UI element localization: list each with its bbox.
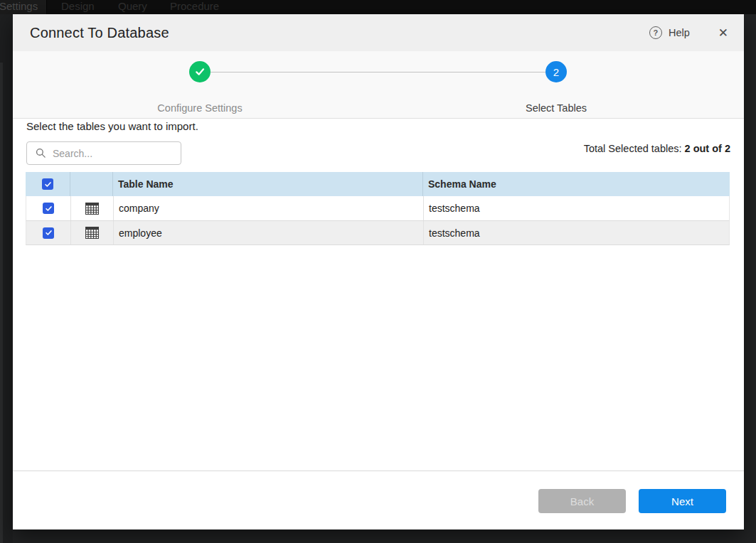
connect-to-database-dialog: Connect To Database ? Help ✕ 2 Configure… [13, 14, 744, 529]
schema-name-value: testschema [429, 227, 480, 239]
table-row[interactable]: employee testschema [26, 221, 730, 245]
help-button[interactable]: ? Help [649, 26, 690, 39]
bg-tab-query[interactable]: Query [118, 0, 147, 14]
step-2-active-indicator[interactable]: 2 [545, 61, 567, 82]
next-button[interactable]: Next [639, 489, 726, 513]
header-checkbox-cell [26, 172, 70, 196]
close-icon[interactable]: ✕ [718, 27, 728, 39]
header-table-name: Table Name [113, 172, 423, 196]
bg-tab-procedure[interactable]: Procedure [170, 0, 219, 14]
step-2-label: Select Tables [478, 102, 634, 114]
step-1-completed-indicator[interactable] [189, 61, 211, 82]
background-tabbar: Settings Design Query Procedure [0, 0, 756, 14]
footer-divider [13, 471, 744, 471]
backdrop-edge [0, 63, 3, 543]
table-row[interactable]: company testschema [26, 196, 730, 221]
row-checkbox[interactable] [43, 203, 54, 214]
table-header-row: Table Name Schema Name [26, 172, 730, 196]
selected-tables-summary: Total Selected tables:2 out of 2 [584, 143, 730, 154]
row-checkbox-cell [26, 196, 71, 220]
dialog-title: Connect To Database [30, 25, 169, 41]
bg-tab-design[interactable]: Design [61, 0, 95, 14]
header-icon-cell [70, 172, 113, 196]
check-icon [45, 229, 53, 237]
row-icon-cell [71, 221, 114, 244]
instruction-text: Select the tables you want to import. [26, 120, 198, 132]
search-icon [36, 148, 46, 158]
row-icon-cell [71, 196, 114, 220]
search-input[interactable] [53, 148, 181, 159]
back-button[interactable]: Back [538, 489, 626, 513]
step-connector-line [211, 72, 545, 72]
search-box [26, 141, 181, 165]
table-grid-icon [85, 227, 99, 239]
summary-label: Total Selected tables: [584, 143, 682, 154]
wizard-stepper: 2 Configure Settings Select Tables [13, 51, 744, 119]
row-checkbox-cell [26, 221, 71, 244]
tables-list: Table Name Schema Name [26, 172, 730, 245]
check-icon [194, 66, 206, 77]
schema-name-value: testschema [429, 203, 480, 214]
row-checkbox[interactable] [43, 227, 54, 239]
bg-tab-settings[interactable]: Settings [0, 0, 38, 14]
help-question-icon: ? [649, 26, 662, 39]
step-1-label: Configure Settings [122, 102, 278, 114]
help-label: Help [669, 27, 690, 38]
select-all-checkbox[interactable] [42, 178, 53, 190]
check-icon [44, 181, 52, 188]
table-name-value: employee [119, 227, 162, 239]
summary-value: 2 out of 2 [685, 143, 730, 154]
header-schema-name: Schema Name [423, 172, 730, 196]
check-icon [45, 205, 53, 213]
table-grid-icon [85, 203, 99, 215]
table-name-value: company [119, 203, 159, 214]
dialog-header: Connect To Database ? Help ✕ [13, 14, 744, 51]
